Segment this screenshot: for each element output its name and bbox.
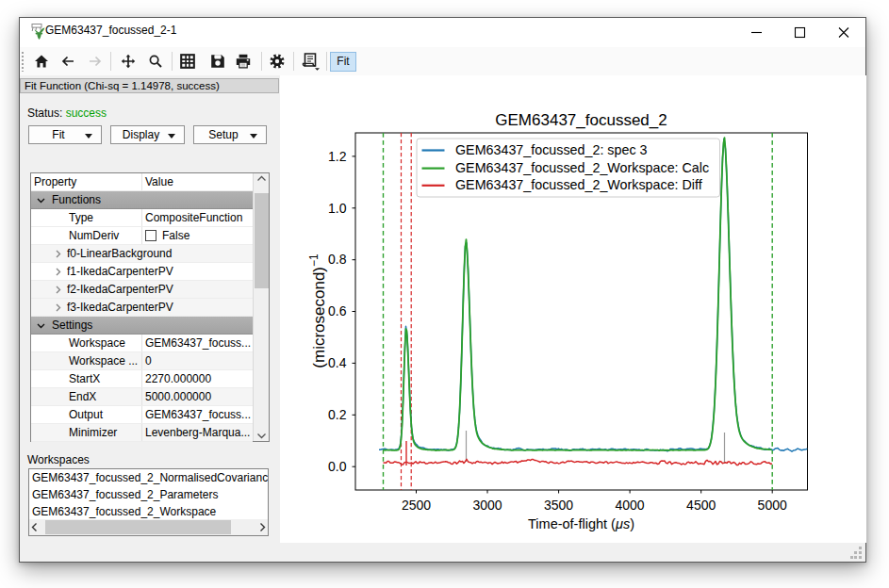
- svg-text:0.4: 0.4: [328, 355, 347, 370]
- svg-text:GEM63437_focussed_2: spec 3: GEM63437_focussed_2: spec 3: [455, 142, 648, 157]
- svg-text:0.8: 0.8: [328, 252, 347, 267]
- svg-text:2500: 2500: [402, 498, 431, 513]
- svg-text:3500: 3500: [544, 498, 573, 513]
- svg-text:GEM63437_focussed_2_Workspace:: GEM63437_focussed_2_Workspace: Calc: [455, 160, 709, 175]
- svg-text:5000: 5000: [758, 498, 787, 513]
- svg-text:0.0: 0.0: [328, 459, 347, 474]
- svg-text:4000: 4000: [616, 498, 645, 513]
- svg-text:GEM63437_focussed_2_Workspace:: GEM63437_focussed_2_Workspace: Diff: [455, 177, 702, 192]
- svg-text:0.2: 0.2: [328, 407, 347, 422]
- svg-text:(microsecond)−1: (microsecond)−1: [307, 253, 328, 368]
- svg-text:1.2: 1.2: [328, 149, 347, 164]
- svg-text:Time-of-flight (μs): Time-of-flight (μs): [528, 516, 634, 531]
- svg-text:4500: 4500: [686, 498, 716, 513]
- svg-text:0.6: 0.6: [328, 303, 347, 318]
- svg-text:GEM63437_focussed_2: GEM63437_focussed_2: [495, 111, 667, 129]
- svg-text:3000: 3000: [472, 498, 502, 513]
- svg-text:1.0: 1.0: [328, 201, 347, 216]
